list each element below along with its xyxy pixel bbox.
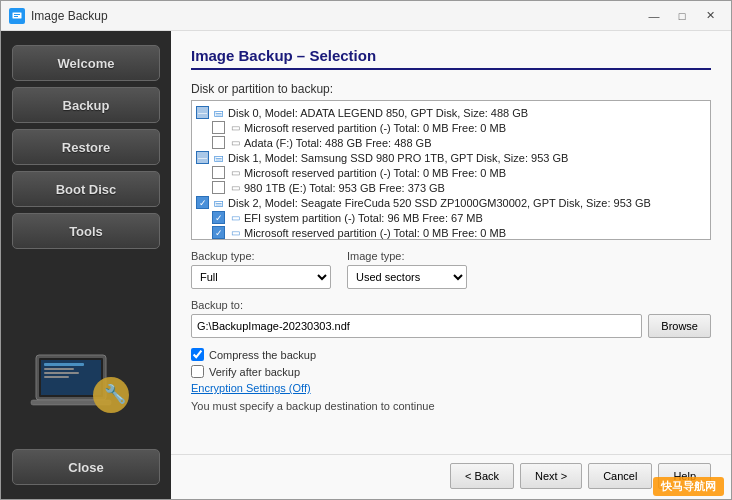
encryption-link[interactable]: Encryption Settings (Off) (191, 382, 311, 394)
title-bar: Image Backup — □ ✕ (1, 1, 731, 31)
tree-row[interactable]: ✓ 🖴 Disk 2, Model: Seagate FireCuda 520 … (196, 195, 706, 210)
disk-icon: 🖴 (212, 107, 226, 119)
tree-row[interactable]: — 🖴 Disk 1, Model: Samsung SSD 980 PRO 1… (196, 150, 706, 165)
compress-checkbox[interactable] (191, 348, 204, 361)
backup-to-label: Backup to: (191, 299, 711, 311)
tree-item-label: Microsoft reserved partition (-) Total: … (244, 227, 506, 239)
tree-item-label: Microsoft reserved partition (-) Total: … (244, 167, 506, 179)
sidebar-item-welcome[interactable]: Welcome (12, 45, 160, 81)
back-button[interactable]: < Back (450, 463, 514, 489)
status-text: You must specify a backup destination to… (191, 400, 711, 412)
svg-rect-2 (14, 16, 18, 17)
tree-row[interactable]: ✓ ▭ EFI system partition (-) Total: 96 M… (196, 210, 706, 225)
image-type-select[interactable]: Used sectors All sectors Smart sector co… (347, 265, 467, 289)
partition-icon: ▭ (228, 227, 242, 239)
main-window: Image Backup — □ ✕ Welcome Backup Restor… (0, 0, 732, 500)
verify-checkbox[interactable] (191, 365, 204, 378)
image-type-label: Image type: (347, 250, 467, 262)
backup-type-select[interactable]: Full Incremental Differential (191, 265, 331, 289)
tree-item-label: Disk 0, Model: ADATA LEGEND 850, GPT Dis… (228, 107, 528, 119)
tree-item-label: Disk 2, Model: Seagate FireCuda 520 SSD … (228, 197, 651, 209)
tree-checkbox[interactable] (212, 121, 225, 134)
tree-item-label: 980 1TB (E:) Total: 953 GB Free: 373 GB (244, 182, 445, 194)
tree-row[interactable]: ▭ Microsoft reserved partition (-) Total… (196, 165, 706, 180)
partition-icon: ▭ (228, 167, 242, 179)
partition-icon: ▭ (228, 122, 242, 134)
encryption-row: Encryption Settings (Off) (191, 382, 711, 394)
verify-row: Verify after backup (191, 365, 711, 378)
svg-rect-0 (12, 12, 22, 19)
tree-checkbox[interactable] (212, 181, 225, 194)
backup-to-group: Backup to: Browse (191, 299, 711, 338)
content-area: Welcome Backup Restore Boot Disc Tools (1, 31, 731, 499)
backup-to-input[interactable] (191, 314, 642, 338)
svg-rect-7 (44, 368, 74, 370)
disk-icon: 🖴 (212, 152, 226, 164)
backup-type-group: Backup type: Full Incremental Differenti… (191, 250, 331, 289)
options-group: Compress the backup Verify after backup … (191, 348, 711, 412)
tree-item-label: EFI system partition (-) Total: 96 MB Fr… (244, 212, 483, 224)
sidebar: Welcome Backup Restore Boot Disc Tools (1, 31, 171, 499)
disk-label: Disk or partition to backup: (191, 82, 711, 96)
tree-item-label: Microsoft reserved partition (-) Total: … (244, 122, 506, 134)
verify-label[interactable]: Verify after backup (209, 366, 300, 378)
disk-tree[interactable]: — 🖴 Disk 0, Model: ADATA LEGEND 850, GPT… (191, 100, 711, 240)
tree-checkbox[interactable] (212, 136, 225, 149)
partition-icon: ▭ (228, 182, 242, 194)
app-icon (9, 8, 25, 24)
tree-checkbox[interactable] (212, 166, 225, 179)
sidebar-item-tools[interactable]: Tools (12, 213, 160, 249)
tree-checkbox[interactable]: ✓ (212, 226, 225, 239)
tree-checkbox[interactable]: — (196, 106, 209, 119)
svg-text:🔧: 🔧 (104, 383, 127, 405)
tree-checkbox[interactable]: ✓ (212, 211, 225, 224)
sidebar-illustration: 🔧 (21, 335, 151, 435)
sidebar-item-boot-disc[interactable]: Boot Disc (12, 171, 160, 207)
sidebar-close-button[interactable]: Close (12, 449, 160, 485)
tree-row[interactable]: ✓ ▭ Microsoft reserved partition (-) Tot… (196, 225, 706, 240)
sidebar-item-restore[interactable]: Restore (12, 129, 160, 165)
close-button[interactable]: ✕ (697, 6, 723, 26)
compress-label[interactable]: Compress the backup (209, 349, 316, 361)
image-type-group: Image type: Used sectors All sectors Sma… (347, 250, 467, 289)
tree-row[interactable]: ▭ 980 1TB (E:) Total: 953 GB Free: 373 G… (196, 180, 706, 195)
compress-row: Compress the backup (191, 348, 711, 361)
tree-item-label: Disk 1, Model: Samsung SSD 980 PRO 1TB, … (228, 152, 568, 164)
window-controls: — □ ✕ (641, 6, 723, 26)
tree-item-label: Adata (F:) Total: 488 GB Free: 488 GB (244, 137, 432, 149)
window-title: Image Backup (31, 9, 641, 23)
svg-rect-6 (44, 363, 84, 366)
tree-row[interactable]: ▭ Microsoft reserved partition (-) Total… (196, 120, 706, 135)
tree-checkbox[interactable]: — (196, 151, 209, 164)
browse-button[interactable]: Browse (648, 314, 711, 338)
backup-type-label: Backup type: (191, 250, 331, 262)
cancel-button[interactable]: Cancel (588, 463, 652, 489)
tree-row[interactable]: — 🖴 Disk 0, Model: ADATA LEGEND 850, GPT… (196, 105, 706, 120)
backup-to-row: Browse (191, 314, 711, 338)
panel-title: Image Backup – Selection (191, 47, 711, 70)
maximize-button[interactable]: □ (669, 6, 695, 26)
partition-icon: ▭ (228, 137, 242, 149)
next-button[interactable]: Next > (520, 463, 582, 489)
type-row: Backup type: Full Incremental Differenti… (191, 250, 711, 289)
disk-icon: 🖴 (212, 197, 226, 209)
svg-rect-9 (44, 376, 69, 378)
tree-row[interactable]: ▭ Adata (F:) Total: 488 GB Free: 488 GB (196, 135, 706, 150)
sidebar-item-backup[interactable]: Backup (12, 87, 160, 123)
bottom-bar: < Back Next > Cancel Help (171, 454, 731, 499)
svg-rect-8 (44, 372, 79, 374)
svg-rect-1 (14, 14, 20, 15)
help-button[interactable]: Help (658, 463, 711, 489)
main-panel: Image Backup – Selection Disk or partiti… (171, 31, 731, 454)
tree-checkbox[interactable]: ✓ (196, 196, 209, 209)
minimize-button[interactable]: — (641, 6, 667, 26)
partition-icon: ▭ (228, 212, 242, 224)
